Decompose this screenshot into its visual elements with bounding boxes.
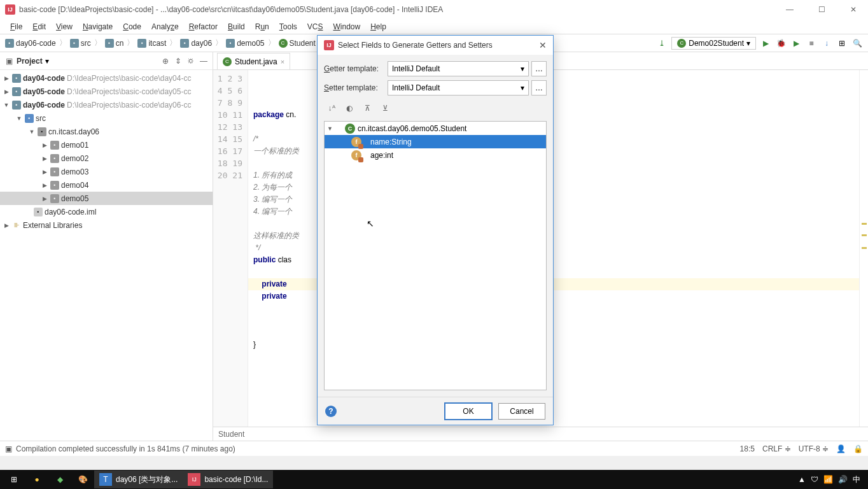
- tray-icon[interactable]: 🛡: [811, 475, 818, 484]
- dialog-title: Select Fields to Generate Getters and Se…: [338, 41, 535, 50]
- setter-template-label: Setter template:: [324, 83, 385, 92]
- dialog-titlebar: IJ Select Fields to Generate Getters and…: [318, 36, 553, 55]
- ok-button[interactable]: OK: [445, 403, 492, 420]
- start-button[interactable]: ⊞: [3, 471, 25, 488]
- taskbar-chrome[interactable]: ●: [25, 471, 48, 488]
- tray-icon[interactable]: ▲: [798, 475, 806, 484]
- dialog-close-button[interactable]: ✕: [539, 40, 547, 50]
- cancel-button[interactable]: Cancel: [498, 403, 545, 420]
- taskbar-item[interactable]: IJbasic-code [D:\Id...: [183, 471, 273, 488]
- setter-template-row: Setter template: IntelliJ Default▾ …: [324, 80, 547, 96]
- chevron-down-icon: ▾: [521, 83, 524, 92]
- taskbar-item[interactable]: Tday06 [类与对象...: [94, 471, 183, 488]
- chevron-down-icon: ▾: [521, 64, 524, 73]
- taskbar-app[interactable]: ◆: [48, 471, 71, 488]
- setter-template-select[interactable]: IntelliJ Default▾: [388, 80, 529, 96]
- getter-template-select[interactable]: IntelliJ Default▾: [388, 61, 529, 76]
- getter-template-row: Getter template: IntelliJ Default▾ …: [324, 61, 547, 76]
- tray-network-icon[interactable]: 📶: [823, 475, 833, 484]
- getter-template-label: Getter template:: [324, 64, 385, 73]
- tray-volume-icon[interactable]: 🔊: [838, 475, 848, 484]
- getter-template-browse-button[interactable]: …: [531, 61, 547, 76]
- setter-template-browse-button[interactable]: …: [531, 80, 547, 96]
- taskbar-app[interactable]: 🎨: [71, 471, 94, 488]
- windows-taskbar: ⊞ ● ◆ 🎨 Tday06 [类与对象... IJbasic-code [D:…: [0, 470, 868, 489]
- tray-ime[interactable]: 中: [853, 474, 860, 485]
- app-icon: IJ: [324, 40, 334, 50]
- help-button[interactable]: ?: [325, 406, 337, 417]
- dialog-button-bar: ? OK Cancel: [318, 397, 553, 425]
